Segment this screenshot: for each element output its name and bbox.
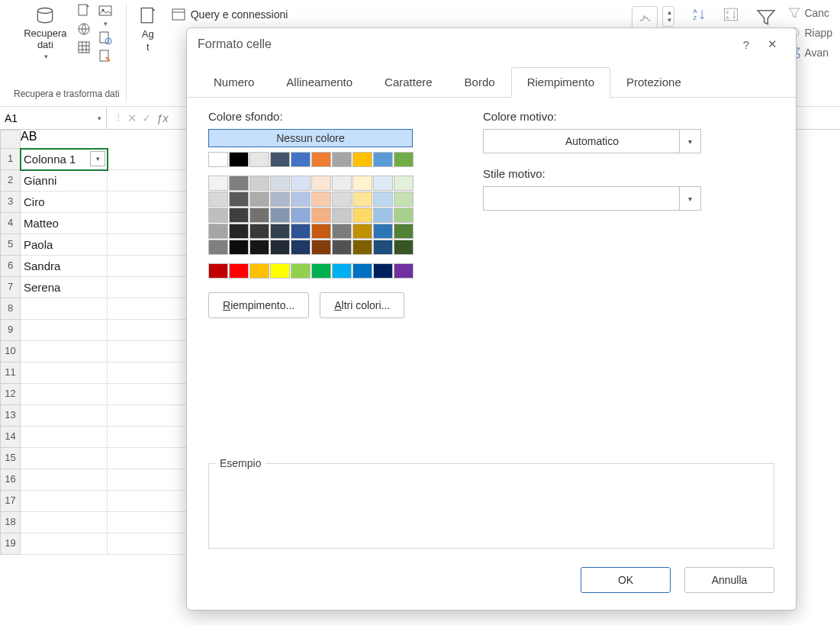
color-swatch[interactable] [208,240,228,255]
close-button[interactable]: ✕ [759,33,785,56]
help-button[interactable]: ? [733,33,759,56]
color-swatch[interactable] [332,192,352,207]
dialog-tab-bordo[interactable]: Bordo [449,67,511,98]
color-swatch[interactable] [394,224,414,239]
color-swatch[interactable] [311,192,331,207]
row-header[interactable]: 9 [0,320,21,341]
cell[interactable] [108,149,195,170]
from-text-button[interactable] [75,3,93,18]
color-swatch[interactable] [249,152,269,167]
cell[interactable]: Sandra [21,256,108,277]
color-swatch[interactable] [373,152,393,167]
row-header[interactable]: 7 [0,277,21,298]
cell[interactable] [21,362,108,384]
chevron-up-icon[interactable]: ▲ [666,9,672,16]
color-swatch[interactable] [311,176,331,191]
cell[interactable]: Paola [21,234,108,256]
color-swatch[interactable] [229,208,249,223]
cell[interactable]: Matteo [21,213,108,234]
color-swatch[interactable] [332,224,352,239]
color-swatch[interactable] [270,240,290,255]
color-swatch[interactable] [249,240,269,255]
row-header[interactable]: 17 [0,491,21,512]
color-swatch[interactable] [249,263,269,279]
row-header[interactable]: 6 [0,256,21,277]
column-header[interactable]: B [29,130,37,149]
color-swatch[interactable] [291,192,311,207]
cell[interactable] [21,427,108,448]
no-color-button[interactable]: Nessun colore [208,129,413,147]
color-swatch[interactable] [270,208,290,223]
cell[interactable] [21,405,108,427]
dialog-tab-riempimento[interactable]: Riempimento [511,67,610,98]
row-header[interactable]: 3 [0,192,21,213]
color-swatch[interactable] [394,208,414,223]
pattern-style-combo[interactable]: ▾ [483,186,701,211]
cell[interactable]: Ciro [21,192,108,213]
dialog-tab-allineamento[interactable]: Allineamento [270,67,369,98]
sort-button[interactable]: ZA [719,5,743,24]
cell[interactable] [108,170,195,192]
cell[interactable] [21,469,108,491]
color-swatch[interactable] [352,192,372,207]
filter-button[interactable] [751,5,781,31]
color-swatch[interactable] [208,152,228,167]
color-swatch[interactable] [291,208,311,223]
color-swatch[interactable] [352,208,372,223]
cell[interactable] [21,341,108,362]
color-swatch[interactable] [208,192,228,207]
cell[interactable] [21,512,108,533]
color-swatch[interactable] [373,224,393,239]
row-header[interactable]: 19 [0,533,21,555]
ok-button[interactable]: OK [581,567,671,593]
cell[interactable]: Serena [21,277,108,298]
color-swatch[interactable] [249,208,269,223]
cell[interactable] [21,384,108,405]
color-swatch[interactable] [311,152,331,167]
color-swatch[interactable] [208,224,228,239]
cell[interactable] [21,533,108,555]
color-swatch[interactable] [229,224,249,239]
cancel-formula-button[interactable]: ✕ [127,111,137,125]
cell[interactable] [108,448,195,469]
color-swatch[interactable] [373,192,393,207]
color-swatch[interactable] [270,224,290,239]
select-all-corner[interactable] [0,130,21,149]
color-swatch[interactable] [229,263,249,279]
cell[interactable] [108,298,195,320]
color-swatch[interactable] [208,176,228,191]
cell[interactable] [21,298,108,320]
row-header[interactable]: 1 [0,149,21,170]
color-swatch[interactable] [208,208,228,223]
color-swatch[interactable] [249,192,269,207]
chevron-down-icon[interactable]: ▼ [666,17,672,24]
dialog-tab-protezione[interactable]: Protezione [610,67,697,98]
row-header[interactable]: 16 [0,469,21,491]
pattern-color-combo[interactable]: Automatico ▾ [483,129,701,153]
cell[interactable] [108,192,195,213]
color-swatch[interactable] [291,263,311,279]
color-swatch[interactable] [352,152,372,167]
fx-button[interactable]: ƒx [156,111,169,124]
row-header[interactable]: 11 [0,362,21,384]
dialog-tab-numero[interactable]: Numero [198,67,270,98]
cell[interactable] [108,213,195,234]
clear-filter-button[interactable]: Canc [787,6,832,20]
column-header[interactable]: A [21,130,29,149]
color-swatch[interactable] [373,176,393,191]
row-header[interactable]: 10 [0,341,21,362]
filter-dropdown-button[interactable]: ▾ [90,151,105,166]
cell[interactable] [108,362,195,384]
color-swatch[interactable] [311,208,331,223]
color-swatch[interactable] [332,176,352,191]
more-colors-button[interactable]: Altri colori... [320,292,404,318]
cell[interactable] [21,491,108,512]
cell[interactable] [108,512,195,533]
color-swatch[interactable] [332,208,352,223]
fill-effects-button[interactable]: Riempimento... [208,292,309,318]
color-swatch[interactable] [229,240,249,255]
color-swatch[interactable] [373,208,393,223]
cell[interactable] [108,256,195,277]
color-swatch[interactable] [291,152,311,167]
color-swatch[interactable] [311,240,331,255]
